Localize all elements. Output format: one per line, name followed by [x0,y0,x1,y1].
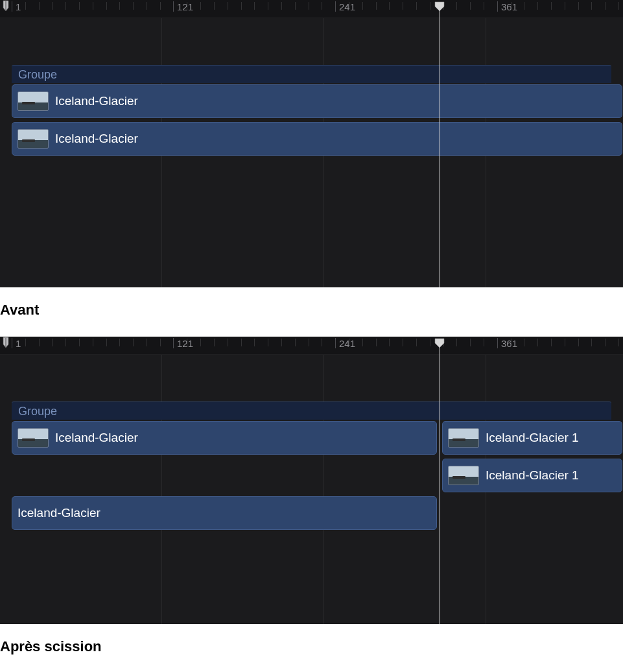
minor-tick [268,339,268,346]
group-header[interactable]: Groupe [12,402,611,420]
minor-tick [470,2,471,10]
minor-tick [524,339,524,346]
minor-tick [295,339,296,346]
timeline-clip[interactable]: Iceland-Glacier [12,122,622,156]
minor-tick [214,2,215,10]
clip-thumbnail [18,428,49,448]
timeline-clip[interactable]: Iceland-Glacier [12,421,437,455]
minor-tick [133,2,134,10]
minor-tick [551,339,552,346]
minor-tick [403,2,403,10]
minor-tick [456,2,457,10]
caption-before: Avant [0,287,623,337]
minor-tick [618,2,619,10]
minor-tick [430,2,430,10]
minor-tick [511,339,511,346]
ruler-ticks-before[interactable]: 1121241361 [0,0,623,18]
minor-tick [52,2,53,10]
minor-tick [565,339,565,346]
minor-tick [228,2,228,10]
minor-tick [93,2,93,10]
start-marker[interactable] [3,337,9,348]
minor-tick [565,2,565,10]
clip-thumbnail [18,91,49,111]
major-tick [12,338,12,348]
minor-tick [160,2,161,10]
ruler: 1121241361 [0,0,623,18]
clip-thumbnail [448,428,479,448]
minor-tick [147,339,147,346]
minor-tick [39,2,40,10]
minor-tick [456,339,457,346]
clip-thumbnail [448,466,479,485]
minor-tick [241,2,242,10]
group-header[interactable]: Groupe [12,65,611,83]
minor-tick [200,2,201,10]
minor-tick [349,2,349,10]
major-tick-label: 361 [501,338,517,349]
minor-tick [551,2,552,10]
minor-tick [25,2,26,10]
major-tick-label: 241 [339,1,355,12]
minor-tick [79,339,80,346]
major-tick [335,1,336,12]
start-marker[interactable] [3,0,9,12]
clip-label: Iceland-Glacier [18,506,100,520]
clip-label: Iceland-Glacier [55,431,138,445]
clip-label: Iceland-Glacier 1 [486,468,579,483]
minor-tick [537,339,538,346]
minor-tick [537,2,538,10]
minor-tick [79,2,80,10]
playhead-handle[interactable] [434,1,445,12]
clip-label: Iceland-Glacier [55,94,138,108]
playhead-handle[interactable] [434,338,445,348]
major-tick-label: 121 [177,338,193,349]
ruler: 1121241361 [0,337,623,355]
minor-tick [106,339,107,346]
major-tick-label: 121 [177,1,193,12]
minor-tick [416,2,417,10]
minor-tick [254,2,255,10]
minor-tick [25,339,26,346]
minor-tick [349,339,349,346]
minor-tick [52,339,53,346]
minor-tick [578,339,579,346]
minor-tick [147,2,147,10]
minor-tick [93,339,93,346]
minor-tick [416,339,417,346]
minor-tick [254,339,255,346]
major-tick-label: 241 [339,338,355,349]
minor-tick [200,339,201,346]
major-tick-label: 1 [16,1,21,12]
minor-tick [309,2,309,10]
major-tick [497,1,498,12]
minor-tick [65,339,66,346]
tracks-after: Groupe Iceland-GlacierIceland-Glacier 1I… [0,355,623,530]
major-tick [335,338,336,348]
minor-tick [119,2,120,10]
minor-tick [605,2,605,10]
minor-tick [578,2,579,10]
minor-tick [241,339,242,346]
major-tick [173,338,174,348]
minor-tick [484,2,484,10]
major-tick-label: 1 [16,338,21,349]
caption-after: Après scission [0,624,623,672]
minor-tick [281,2,282,10]
timeline-after: 1121241361 Groupe Iceland-GlacierIceland… [0,337,623,624]
track-row: Iceland-Glacier [0,122,623,156]
timeline-clip[interactable]: Iceland-Glacier 1 [442,459,622,492]
minor-tick [376,2,377,10]
timeline-clip[interactable]: Iceland-Glacier [12,84,622,118]
minor-tick [322,2,322,10]
ruler-ticks-after[interactable]: 1121241361 [0,337,623,355]
minor-tick [268,2,268,10]
minor-tick [39,339,40,346]
timeline-clip[interactable]: Iceland-Glacier [12,496,437,530]
minor-tick [362,2,363,10]
minor-tick [187,2,187,10]
major-tick [173,1,174,12]
timeline-clip[interactable]: Iceland-Glacier 1 [442,421,622,455]
tracks-before: Groupe Iceland-GlacierIceland-Glacier [0,18,623,156]
minor-tick [322,339,322,346]
